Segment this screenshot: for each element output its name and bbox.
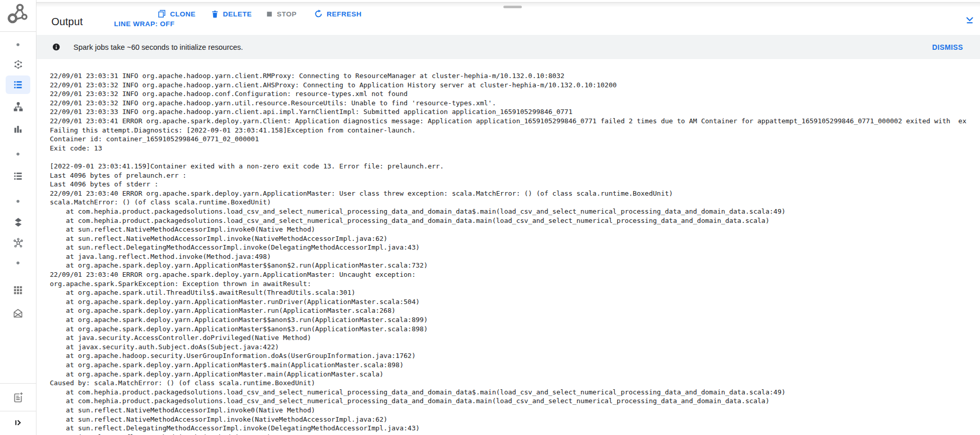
workflow-tree-icon xyxy=(12,101,24,112)
stop-button[interactable]: STOP xyxy=(266,8,297,20)
sessions-layers-icon xyxy=(12,216,24,228)
refresh-button[interactable]: REFRESH xyxy=(314,8,362,20)
clone-icon xyxy=(157,9,166,18)
sidebar-item-clusters[interactable] xyxy=(6,55,30,73)
sidebar-item-release-notes[interactable] xyxy=(6,388,30,407)
job-output-panel: Output LINE WRAP: OFF CLONE DELETE STOP xyxy=(36,0,980,435)
batches-list-icon xyxy=(12,171,24,182)
metastore-hub-icon xyxy=(12,237,24,249)
log-output-text: 22/09/01 23:03:31 INFO org.apache.hadoop… xyxy=(36,59,980,435)
mini-dot-icon xyxy=(16,261,20,265)
sidebar-item-monitoring[interactable] xyxy=(6,120,30,139)
clone-button[interactable]: CLONE xyxy=(157,8,196,20)
mini-dot-icon xyxy=(16,199,20,203)
cluster-nodes-icon xyxy=(12,59,24,70)
mini-dot-icon xyxy=(16,152,20,156)
sidebar-item-sessions[interactable] xyxy=(6,213,30,231)
stop-icon xyxy=(266,10,273,18)
apps-grid-icon xyxy=(12,285,24,296)
panel-top-border xyxy=(36,2,980,3)
sidebar-item-apps[interactable] xyxy=(6,281,30,299)
sidebar-divider xyxy=(0,31,36,32)
mini-dot-icon xyxy=(16,43,20,47)
page-title: Output xyxy=(51,15,83,28)
info-banner: Spark jobs take ~60 seconds to initializ… xyxy=(36,35,980,59)
nav-mini-item-4[interactable] xyxy=(6,254,30,272)
nav-mini-item-3[interactable] xyxy=(6,192,30,211)
release-notes-icon xyxy=(12,391,24,404)
refresh-icon xyxy=(314,9,323,18)
expand-nav-button[interactable] xyxy=(6,413,30,432)
panel-resize-handle[interactable] xyxy=(503,6,522,8)
sidebar-item-metastore[interactable] xyxy=(6,233,30,252)
jobs-list-icon xyxy=(12,79,24,90)
stop-button-label: STOP xyxy=(277,10,297,18)
expand-nav-icon xyxy=(12,417,24,428)
scroll-to-bottom-icon xyxy=(964,13,976,26)
scroll-to-bottom-button[interactable] xyxy=(964,13,976,26)
dismiss-button[interactable]: DISMISS xyxy=(932,43,963,51)
log-scroll-area[interactable]: 22/09/01 23:03:31 INFO org.apache.hadoop… xyxy=(36,59,980,435)
refresh-button-label: REFRESH xyxy=(327,10,362,18)
left-nav-rail xyxy=(0,0,36,435)
sidebar-divider xyxy=(0,411,36,411)
monitoring-chart-icon xyxy=(12,124,24,135)
nav-mini-item-2[interactable] xyxy=(6,145,30,163)
delete-button[interactable]: DELETE xyxy=(211,8,252,20)
nav-mini-item-1[interactable] xyxy=(6,35,30,54)
sidebar-item-jobs[interactable] xyxy=(6,75,30,94)
delete-icon xyxy=(211,10,219,18)
clone-button-label: CLONE xyxy=(170,10,196,18)
sidebar-item-workflows[interactable] xyxy=(6,97,30,116)
sidebar-item-batches[interactable] xyxy=(6,167,30,185)
sidebar-item-marketplace[interactable] xyxy=(6,304,30,323)
delete-button-label: DELETE xyxy=(223,10,252,18)
dataproc-logo xyxy=(6,3,30,26)
sidebar-divider xyxy=(0,383,36,384)
line-wrap-toggle[interactable]: LINE WRAP: OFF xyxy=(114,20,175,28)
banner-message: Spark jobs take ~60 seconds to initializ… xyxy=(73,43,243,51)
marketplace-flag-icon xyxy=(12,307,24,319)
info-icon xyxy=(52,43,61,51)
